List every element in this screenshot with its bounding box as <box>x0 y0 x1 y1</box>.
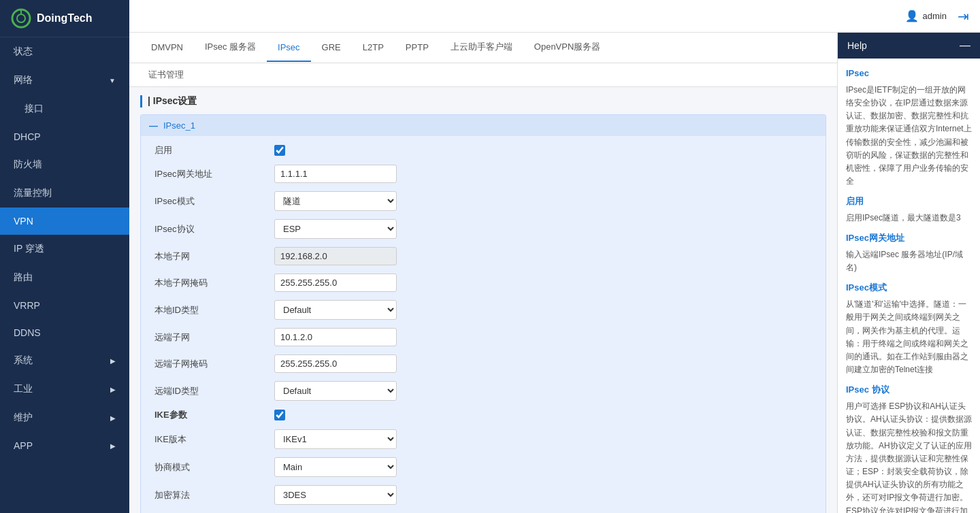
tab-dmvpn[interactable]: DMVPN <box>140 34 194 62</box>
help-title: Help <box>847 40 867 51</box>
tab-gre[interactable]: GRE <box>311 34 352 62</box>
remote-id-type-select[interactable]: Default IP FQDN <box>274 381 397 401</box>
sidebar-item-route[interactable]: 路由 <box>0 263 129 292</box>
sidebar: DoingTech 状态 网络 ▼ 接口 DHCP 防火墙 流量控制 VPN I… <box>0 0 129 513</box>
tab-l2tp[interactable]: L2TP <box>352 34 395 62</box>
help-mode-text: 从'隧道'和'运输'中选择。隧道：一般用于网关之间或终端到网关之间，网关作为基主… <box>846 298 972 376</box>
remote-subnet-input[interactable] <box>274 328 397 346</box>
page-title: | IPsec设置 <box>140 95 826 107</box>
sidebar-item-ip-tunnel[interactable]: IP 穿透 <box>0 235 129 263</box>
subtab-cert-mgmt[interactable]: 证书管理 <box>140 65 192 84</box>
ike-params-value <box>274 410 812 420</box>
maintenance-arrow-icon: ▶ <box>110 414 116 422</box>
username-label: admin <box>923 11 947 21</box>
tab-pptp[interactable]: PPTP <box>395 34 440 62</box>
local-id-type-label: 本地ID类型 <box>154 304 263 316</box>
local-subnet-value <box>274 247 812 265</box>
ike-params-label: IKE参数 <box>154 409 263 421</box>
remote-subnet-label: 远端子网 <box>154 331 263 344</box>
sidebar-item-dhcp[interactable]: DHCP <box>0 123 129 150</box>
local-mask-value <box>274 274 812 292</box>
help-mode-title: IPsec模式 <box>846 281 972 295</box>
help-content: IPsec IPsec是IETF制定的一组开放的网络安全协议，在IP层通过数据来… <box>838 59 980 513</box>
protocol-select[interactable]: ESP AH <box>274 219 397 239</box>
sidebar-item-system[interactable]: 系统 ▶ <box>0 346 129 375</box>
tab-bar: DMVPN IPsec 服务器 IPsec GRE L2TP PPTP 上云助手… <box>129 33 837 63</box>
sidebar-item-status[interactable]: 状态 <box>0 37 129 66</box>
user-info: 👤 admin <box>905 10 947 22</box>
logo-text: DoingTech <box>37 12 92 24</box>
mode-value: 隧道 运输 <box>274 191 812 211</box>
industry-arrow-icon: ▶ <box>110 386 116 393</box>
enable-checkbox[interactable] <box>274 145 285 156</box>
help-header: Help — <box>838 33 980 59</box>
protocol-label: IPsec协议 <box>154 223 263 235</box>
remote-subnet-value <box>274 328 812 346</box>
protocol-value: ESP AH <box>274 219 812 239</box>
svg-point-1 <box>17 14 25 22</box>
mode-label: IPsec模式 <box>154 195 263 208</box>
enable-label: 启用 <box>154 144 263 156</box>
sidebar-item-app[interactable]: APP ▶ <box>0 432 129 459</box>
local-mask-input[interactable] <box>274 274 397 292</box>
ike-params-checkbox[interactable] <box>274 410 285 420</box>
encrypt-algo-label: 加密算法 <box>154 489 263 501</box>
sidebar-item-ddns[interactable]: DDNS <box>0 319 129 346</box>
sidebar-item-traffic[interactable]: 流量控制 <box>0 179 129 208</box>
ipsec-item: — IPsec_1 启用 IPsec网关地址 <box>140 114 826 513</box>
gateway-label: IPsec网关地址 <box>154 168 263 180</box>
logo: DoingTech <box>0 0 129 37</box>
tab-ipsec-server[interactable]: IPsec 服务器 <box>194 33 267 63</box>
remote-mask-input[interactable] <box>274 354 397 373</box>
tab-ipsec[interactable]: IPsec <box>267 34 311 62</box>
app-arrow-icon: ▶ <box>110 442 116 450</box>
enable-value <box>274 145 812 156</box>
ipsec-item-header[interactable]: — IPsec_1 <box>141 115 826 136</box>
sidebar-item-firewall[interactable]: 防火墙 <box>0 150 129 179</box>
content-area: DMVPN IPsec 服务器 IPsec GRE L2TP PPTP 上云助手… <box>129 33 980 513</box>
user-icon: 👤 <box>905 10 919 22</box>
local-id-type-select[interactable]: Default IP FQDN <box>274 300 397 320</box>
negotiate-mode-select[interactable]: Main Aggressive <box>274 457 397 477</box>
sidebar-item-network[interactable]: 网络 ▼ <box>0 66 129 95</box>
ike-version-label: IKE版本 <box>154 433 263 446</box>
top-header: 👤 admin ⇥ <box>129 0 980 33</box>
help-ipsec-title: IPsec <box>846 67 972 81</box>
remote-id-type-value: Default IP FQDN <box>274 381 812 401</box>
sidebar-item-maintenance[interactable]: 维护 ▶ <box>0 403 129 432</box>
help-panel: Help — IPsec IPsec是IETF制定的一组开放的网络安全协议，在I… <box>837 33 980 513</box>
logout-button[interactable]: ⇥ <box>958 8 969 24</box>
encrypt-algo-select[interactable]: 3DES AES-128 AES-256 <box>274 485 397 505</box>
ipsec-form: 启用 IPsec网关地址 IPsec模式 隧 <box>141 136 826 513</box>
mode-select[interactable]: 隧道 运输 <box>274 191 397 211</box>
sidebar-item-interface[interactable]: 接口 <box>0 95 129 123</box>
help-close-button[interactable]: — <box>960 39 970 52</box>
ipsec-collapse-icon: — <box>149 120 158 131</box>
remote-id-type-label: 远端ID类型 <box>154 385 263 397</box>
negotiate-mode-value: Main Aggressive <box>274 457 812 477</box>
sidebar-item-vrrp[interactable]: VRRP <box>0 292 129 319</box>
sidebar-item-industry[interactable]: 工业 ▶ <box>0 375 129 403</box>
sidebar-item-vpn[interactable]: VPN <box>0 208 129 235</box>
tab-openvpn-server[interactable]: OpenVPN服务器 <box>523 33 612 63</box>
gateway-input[interactable] <box>274 165 397 183</box>
tab-cloud-assistant[interactable]: 上云助手客户端 <box>440 33 523 63</box>
local-mask-label: 本地子网掩码 <box>154 277 263 289</box>
system-arrow-icon: ▶ <box>110 357 116 365</box>
main-area: 👤 admin ⇥ DMVPN IPsec 服务器 IPsec GRE L2TP… <box>129 0 980 513</box>
help-enable-title: 启用 <box>846 195 972 209</box>
local-id-type-value: Default IP FQDN <box>274 300 812 320</box>
remote-mask-label: 远端子网掩码 <box>154 358 263 370</box>
local-subnet-label: 本地子网 <box>154 250 263 263</box>
ike-version-select[interactable]: IKEv1 IKEv2 <box>274 429 397 449</box>
ipsec-item-name: IPsec_1 <box>163 120 195 131</box>
help-gateway-title: IPsec网关地址 <box>846 231 972 246</box>
help-protocol-title: IPsec 协议 <box>846 383 972 397</box>
remote-mask-value <box>274 354 812 373</box>
sub-tab-bar: 证书管理 <box>129 63 837 87</box>
gateway-value <box>274 165 812 183</box>
help-gateway-text: 输入远端IPsec 服务器地址(IP/域名) <box>846 248 972 274</box>
local-subnet-input[interactable] <box>274 247 397 265</box>
encrypt-algo-value: 3DES AES-128 AES-256 <box>274 485 812 505</box>
network-arrow-icon: ▼ <box>109 77 116 84</box>
